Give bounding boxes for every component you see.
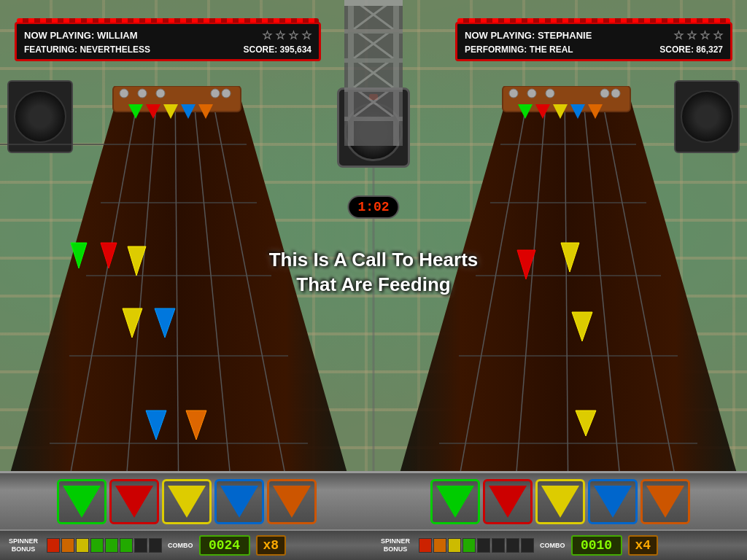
spinner-bonus-right: SPINNER BONUS [378,537,413,553]
energy-seg-r2 [433,538,446,553]
combo-score-left: 0024 [199,535,250,556]
svg-point-39 [222,89,231,98]
fret-btn-right-yellow[interactable] [535,479,585,524]
svg-point-36 [138,89,147,98]
energy-seg-2 [61,538,74,553]
svg-rect-15 [344,117,403,121]
player2-row2: PERFORMING: THE REAL SCORE: 86,327 [465,44,723,55]
fret-btn-left-orange[interactable] [267,479,317,524]
status-bar-right: SPINNER BONUS COMBO 0010 x4 [372,529,747,560]
fret-tri-right-yellow [541,486,579,518]
player2-score: SCORE: 86,327 [659,44,723,55]
fret-tri-right-orange [646,486,684,518]
svg-point-37 [156,89,165,98]
energy-seg-4 [90,538,104,553]
energy-seg-r4 [462,538,476,553]
fret-btn-right-blue[interactable] [588,479,638,524]
player2-star1: ☆ [673,28,684,42]
truss-center [344,0,403,146]
svg-point-63 [527,89,536,98]
fret-btn-right-orange[interactable] [640,479,690,524]
fret-tri-left-yellow [168,486,206,518]
player1-hud: NOW PLAYING: WILLIAM ☆ ☆ ☆ ☆ FEATURING: … [15,22,321,61]
spinner-bonus-label-left: SPINNER BONUS [9,537,38,553]
combo-label-right: COMBO [540,542,565,550]
energy-seg-6 [120,538,133,553]
energy-seg-r8 [521,538,534,553]
energy-seg-r5 [477,538,490,553]
lyrics-line2: That Are Feeding [296,273,450,295]
combo-label-left: COMBO [168,542,193,550]
svg-point-38 [211,89,220,98]
fret-tri-right-red [489,486,527,518]
player2-row1: NOW PLAYING: STEPHANIE ☆ ☆ ☆ ☆ [465,28,723,42]
player1-row1: NOW PLAYING: WILLIAM ☆ ☆ ☆ ☆ [24,28,311,42]
svg-rect-2 [393,0,399,146]
fret-btn-left-red[interactable] [109,479,159,524]
fret-tri-left-green [63,486,101,518]
fret-tri-right-green [436,486,474,518]
player2-performing: PERFORMING: THE REAL [465,44,573,55]
energy-bar-left [47,538,162,553]
fret-btn-right-green[interactable] [430,479,480,524]
player1-star2: ☆ [275,28,285,42]
energy-seg-1 [47,538,60,553]
fret-tri-left-red [115,486,153,518]
player2-star4: ☆ [713,28,723,42]
energy-seg-8 [149,538,162,553]
svg-rect-14 [344,88,403,92]
svg-rect-13 [344,58,403,63]
energy-bar-right [419,538,534,553]
fret-btn-right-red[interactable] [483,479,533,524]
player1-score: SCORE: 395,634 [244,44,311,55]
status-bar-left: SPINNER BONUS COMBO 0024 x8 [0,529,372,560]
highway-right [390,86,747,509]
energy-seg-5 [105,538,118,553]
player1-star4: ☆ [301,28,311,42]
fret-btn-left-green[interactable] [57,479,107,524]
truss-svg [344,0,403,146]
player1-star1: ☆ [262,28,272,42]
energy-seg-r1 [419,538,432,553]
fret-btn-left-blue[interactable] [214,479,264,524]
svg-rect-11 [344,0,403,6]
energy-seg-3 [76,538,89,553]
fret-buttons-right [374,471,747,529]
multiplier-right: x4 [628,535,659,556]
game-timer: 1:02 [347,195,399,219]
fret-buttons-left [0,471,374,529]
player2-star3: ☆ [700,28,710,42]
lyrics-display: This Is A Call To Hearts That Are Feedin… [228,248,519,298]
svg-point-35 [120,89,128,98]
spinner-bonus-label-right: SPINNER BONUS [381,537,410,553]
player2-now-playing: NOW PLAYING: STEPHANIE [465,30,592,41]
spinner-bonus-left: SPINNER BONUS [6,537,41,553]
energy-seg-r3 [448,538,461,553]
lyrics-line1: This Is A Call To Hearts [269,249,479,271]
player2-hud: NOW PLAYING: STEPHANIE ☆ ☆ ☆ ☆ PERFORMIN… [455,22,732,61]
player2-star2: ☆ [686,28,697,42]
svg-point-66 [611,89,620,98]
player1-stars: ☆ ☆ ☆ ☆ [262,28,311,42]
combo-score-right: 0010 [571,535,622,556]
svg-rect-12 [344,29,403,34]
player1-featuring: FEATURING: NEVERTHELESS [24,44,150,55]
energy-seg-r6 [492,538,505,553]
highway-left [0,86,357,509]
svg-point-64 [546,89,554,98]
fret-tri-left-blue [220,486,258,518]
svg-point-65 [600,89,609,98]
player1-now-playing: NOW PLAYING: WILLIAM [24,30,138,41]
player1-star3: ☆ [288,28,298,42]
fret-tri-left-orange [273,486,311,518]
energy-seg-r7 [506,538,519,553]
fret-btn-left-yellow[interactable] [162,479,212,524]
player1-row2: FEATURING: NEVERTHELESS SCORE: 395,634 [24,44,311,55]
svg-rect-1 [348,0,354,146]
energy-seg-7 [134,538,147,553]
player2-stars: ☆ ☆ ☆ ☆ [673,28,723,42]
multiplier-left: x8 [256,535,287,556]
svg-point-62 [509,89,518,98]
fret-tri-right-blue [594,486,632,518]
